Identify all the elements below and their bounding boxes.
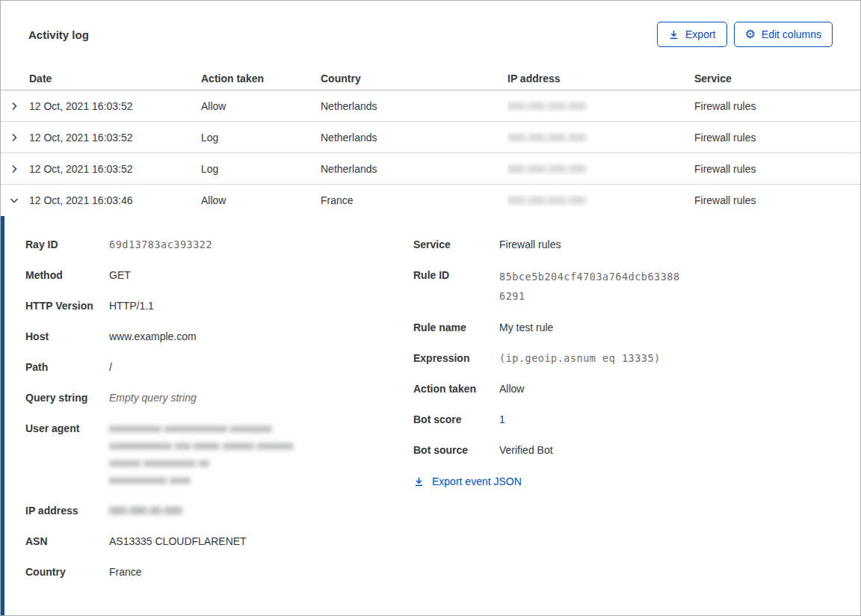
column-header-service: Service [694,73,860,84]
row-service: Firewall rules [694,132,860,144]
column-header-ip: IP address [507,73,694,84]
table-header-row: Date Action taken Country IP address Ser… [1,67,860,90]
detail-item-user-agent: User agent xxxxxxxxxx xxxxxxxxxxxx xxxxx… [25,420,413,489]
edit-columns-button-label: Edit columns [762,28,821,40]
download-icon [413,476,425,487]
row-country: Netherlands [321,163,507,175]
bot-score-value: 1 [499,411,505,428]
rule-name-value: My test rule [499,319,553,336]
host-value: www.example.com [109,328,197,345]
row-service: Firewall rules [694,163,860,175]
method-value: GET [109,267,131,284]
row-date: 12 Oct, 2021 16:03:46 [29,194,201,206]
user-agent-redacted: xxxxxxxxxx xxxxxxxxxxxx xxxxxxxx xxxxxxx… [109,420,294,489]
chevron-down-icon[interactable] [8,194,20,206]
detail-item-path: Path / [25,359,413,376]
row-action: Log [201,132,321,144]
detail-item-rule-id: Rule ID 85bce5b204cf4703a764dcb633886291 [413,267,860,306]
row-action: Allow [201,194,321,206]
detail-item-action-taken: Action taken Allow [413,381,860,398]
detail-item-bot-source: Bot source Verified Bot [413,442,860,459]
toolbar: Export ⚙ Edit columns [657,22,833,47]
detail-item-host: Host www.example.com [25,328,413,345]
ray-id-value: 69d13783ac393322 [109,236,212,253]
row-country: Netherlands [321,100,507,112]
event-detail-left-column: Ray ID 69d13783ac393322 Method GET HTTP … [4,236,413,615]
column-header-country: Country [321,73,507,84]
detail-item-ip-address: IP address 000.000.00.000 [25,502,413,520]
row-country: France [321,194,507,206]
detail-item-service: Service Firewall rules [413,236,860,253]
export-button[interactable]: Export [657,22,726,47]
chevron-right-icon[interactable] [8,163,20,175]
export-event-json-link[interactable]: Export event JSON [413,475,522,487]
export-event-json-label: Export event JSON [432,475,522,487]
table-row-expanded[interactable]: 12 Oct, 2021 16:03:46 Allow France 000.0… [1,185,860,216]
row-date: 12 Oct, 2021 16:03:52 [29,100,201,112]
row-ip-redacted: 000.000.000.000 [507,163,586,175]
country-value: France [109,564,142,581]
expression-value: (ip.geoip.asnum eq 13335) [499,350,661,367]
row-ip-redacted: 000.000.000.000 [507,100,586,112]
path-value: / [109,359,112,376]
column-header-date: Date [29,73,201,84]
chevron-right-icon[interactable] [8,132,20,144]
rule-id-value: 85bce5b204cf4703a764dcb633886291 [499,267,682,306]
row-country: Netherlands [321,132,507,144]
detail-item-rule-name: Rule name My test rule [413,319,860,336]
detail-item-ray-id: Ray ID 69d13783ac393322 [25,236,413,253]
row-ip-redacted: 000.000.000.000 [507,132,586,144]
chevron-right-icon[interactable] [8,100,20,112]
row-service: Firewall rules [694,194,860,206]
detail-item-expression: Expression (ip.geoip.asnum eq 13335) [413,350,860,367]
activity-log-table: Date Action taken Country IP address Ser… [1,67,860,216]
bot-source-value: Verified Bot [499,442,553,459]
download-icon [668,29,679,40]
row-date: 12 Oct, 2021 16:03:52 [29,132,201,144]
row-service: Firewall rules [694,100,860,112]
column-header-action: Action taken [201,73,321,84]
service-value: Firewall rules [499,236,561,253]
ip-address-redacted: 000.000.00.000 [109,502,182,520]
activity-log-panel: Activity log Export ⚙ Edit columns Date … [0,0,861,616]
table-row[interactable]: 12 Oct, 2021 16:03:52 Log Netherlands 00… [1,122,860,153]
detail-item-method: Method GET [25,267,413,284]
detail-item-asn: ASN AS13335 CLOUDFLARENET [25,533,413,550]
detail-item-http-version: HTTP Version HTTP/1.1 [25,298,413,315]
row-action: Allow [201,100,321,112]
detail-item-country: Country France [25,564,413,581]
detail-item-bot-score: Bot score 1 [413,411,860,428]
event-detail-panel: Ray ID 69d13783ac393322 Method GET HTTP … [1,216,860,615]
action-taken-value: Allow [499,381,524,398]
row-date: 12 Oct, 2021 16:03:52 [29,163,201,175]
http-version-value: HTTP/1.1 [109,298,154,315]
row-action: Log [201,163,321,175]
edit-columns-button[interactable]: ⚙ Edit columns [734,22,833,47]
table-row[interactable]: 12 Oct, 2021 16:03:52 Log Netherlands 00… [1,153,860,185]
asn-value: AS13335 CLOUDFLARENET [109,533,247,550]
topbar: Activity log Export ⚙ Edit columns [1,1,860,49]
gear-icon: ⚙ [745,28,756,40]
query-string-value: Empty query string [109,389,197,407]
page-title: Activity log [28,28,89,41]
row-ip-redacted: 000.000.000.000 [507,194,586,206]
export-button-label: Export [685,28,715,40]
detail-item-query-string: Query string Empty query string [25,389,413,407]
event-detail-right-column: Service Firewall rules Rule ID 85bce5b20… [413,236,860,615]
table-row[interactable]: 12 Oct, 2021 16:03:52 Allow Netherlands … [1,90,860,122]
